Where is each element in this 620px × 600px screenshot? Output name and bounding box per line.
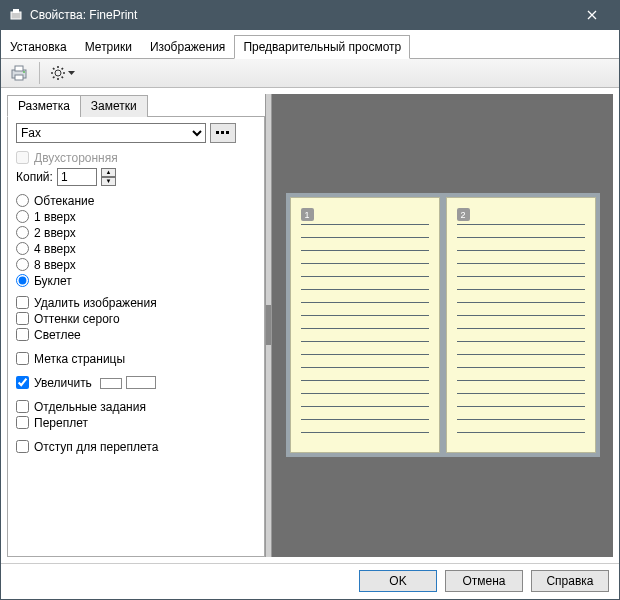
tab-metrics[interactable]: Метрики bbox=[76, 35, 141, 59]
app-icon bbox=[8, 7, 24, 23]
tab-install[interactable]: Установка bbox=[1, 35, 76, 59]
preset-select[interactable]: Fax bbox=[16, 123, 206, 143]
layout-form: Fax Двухсторонняя Копий: ▲ ▼ bbox=[7, 117, 265, 557]
radio-wrap-label: Обтекание bbox=[34, 194, 94, 208]
separate-jobs-checkbox[interactable] bbox=[16, 400, 29, 413]
svg-point-5 bbox=[23, 71, 25, 73]
chevron-down-icon bbox=[68, 71, 75, 75]
svg-line-11 bbox=[53, 68, 54, 69]
gear-icon bbox=[50, 65, 66, 81]
printer-icon bbox=[9, 64, 29, 82]
svg-rect-17 bbox=[226, 131, 229, 134]
cancel-button[interactable]: Отмена bbox=[445, 570, 523, 592]
enlarge-preview bbox=[100, 376, 160, 390]
toolbar bbox=[1, 59, 619, 88]
page-number-1: 1 bbox=[301, 208, 314, 221]
lighter-checkbox[interactable] bbox=[16, 328, 29, 341]
svg-line-14 bbox=[53, 76, 54, 77]
splitter[interactable] bbox=[265, 94, 272, 557]
radio-8up-label: 8 вверх bbox=[34, 258, 76, 272]
svg-rect-3 bbox=[15, 66, 23, 71]
radio-1up[interactable] bbox=[16, 210, 29, 223]
radio-2up-label: 2 вверх bbox=[34, 226, 76, 240]
enlarge-label: Увеличить bbox=[34, 376, 92, 390]
main-tabs: Установка Метрики Изображения Предварите… bbox=[1, 34, 619, 59]
radio-1up-label: 1 вверх bbox=[34, 210, 76, 224]
close-button[interactable] bbox=[572, 0, 612, 30]
svg-line-12 bbox=[62, 76, 63, 77]
left-panel: Разметка Заметки Fax Двухсторонняя bbox=[7, 94, 265, 557]
copies-spin-down[interactable]: ▼ bbox=[101, 177, 116, 186]
svg-rect-16 bbox=[221, 131, 224, 134]
settings-button[interactable] bbox=[46, 65, 79, 81]
sub-tab-layout[interactable]: Разметка bbox=[7, 95, 81, 117]
radio-4up-label: 4 вверх bbox=[34, 242, 76, 256]
splitter-handle bbox=[266, 305, 271, 345]
page-mark-checkbox[interactable] bbox=[16, 352, 29, 365]
dots-icon bbox=[216, 131, 230, 135]
separate-jobs-label: Отдельные задания bbox=[34, 400, 146, 414]
sub-tabs: Разметка Заметки bbox=[7, 94, 265, 117]
layout-radio-group: Обтекание 1 вверх 2 вверх 4 вверх 8 ввер… bbox=[16, 194, 256, 288]
lighter-label: Светлее bbox=[34, 328, 81, 342]
booklet-preview: 1 2 bbox=[286, 193, 600, 457]
grayscale-checkbox[interactable] bbox=[16, 312, 29, 325]
radio-booklet[interactable] bbox=[16, 274, 29, 287]
svg-rect-1 bbox=[13, 9, 19, 13]
footer: OK Отмена Справка bbox=[1, 563, 619, 599]
preview-page-2: 2 bbox=[446, 197, 596, 453]
radio-wrap[interactable] bbox=[16, 194, 29, 207]
duplex-checkbox bbox=[16, 151, 29, 164]
radio-booklet-label: Буклет bbox=[34, 274, 72, 288]
help-button[interactable]: Справка bbox=[531, 570, 609, 592]
toolbar-separator bbox=[39, 62, 40, 84]
remove-images-label: Удалить изображения bbox=[34, 296, 157, 310]
preview-page-1: 1 bbox=[290, 197, 440, 453]
page-number-2: 2 bbox=[457, 208, 470, 221]
radio-2up[interactable] bbox=[16, 226, 29, 239]
binding-label: Переплет bbox=[34, 416, 88, 430]
tab-images[interactable]: Изображения bbox=[141, 35, 234, 59]
copies-input[interactable] bbox=[57, 168, 97, 186]
titlebar-title: Свойства: FinePrint bbox=[30, 8, 572, 22]
binding-margin-checkbox[interactable] bbox=[16, 440, 29, 453]
copies-spin-up[interactable]: ▲ bbox=[101, 168, 116, 177]
binding-margin-label: Отступ для переплета bbox=[34, 440, 158, 454]
remove-images-checkbox[interactable] bbox=[16, 296, 29, 309]
enlarge-checkbox[interactable] bbox=[16, 376, 29, 389]
ok-button[interactable]: OK bbox=[359, 570, 437, 592]
binding-checkbox[interactable] bbox=[16, 416, 29, 429]
print-button[interactable] bbox=[5, 61, 33, 85]
svg-line-13 bbox=[62, 68, 63, 69]
tab-preview[interactable]: Предварительный просмотр bbox=[234, 35, 410, 59]
radio-4up[interactable] bbox=[16, 242, 29, 255]
radio-8up[interactable] bbox=[16, 258, 29, 271]
sub-tab-notes[interactable]: Заметки bbox=[80, 95, 148, 117]
preset-more-button[interactable] bbox=[210, 123, 236, 143]
titlebar: Свойства: FinePrint bbox=[0, 0, 620, 30]
svg-rect-4 bbox=[15, 75, 23, 80]
close-icon bbox=[587, 10, 597, 20]
grayscale-label: Оттенки серого bbox=[34, 312, 120, 326]
svg-rect-15 bbox=[216, 131, 219, 134]
duplex-label: Двухсторонняя bbox=[34, 151, 118, 165]
page-mark-label: Метка страницы bbox=[34, 352, 125, 366]
preview-panel: 1 2 bbox=[272, 94, 613, 557]
copies-label: Копий: bbox=[16, 170, 53, 184]
svg-rect-0 bbox=[11, 12, 21, 19]
svg-point-6 bbox=[55, 70, 61, 76]
